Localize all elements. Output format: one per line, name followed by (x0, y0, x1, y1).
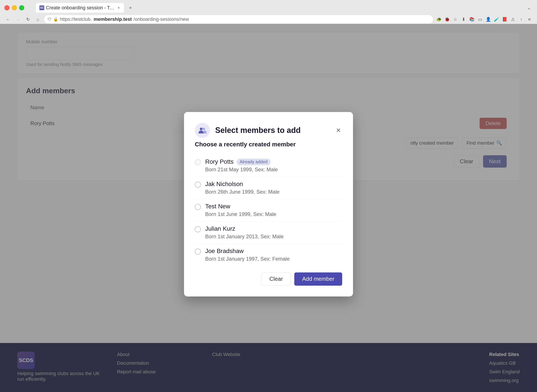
already-added-badge-rory-potts: Already added (237, 159, 271, 165)
radio-julian-kurz[interactable] (195, 226, 201, 232)
radio-jak-nicholson[interactable] (195, 182, 201, 187)
modal-title: Select members to add (215, 126, 301, 135)
member-info-test-new: Test New Born 1st June 1999, Sex: Male (205, 203, 342, 217)
member-info-rory-potts: Rory Potts Already added Born 21st May 1… (205, 158, 342, 173)
share-icon[interactable]: ↑ (518, 16, 524, 23)
member-info-julian-kurz: Julian Kurz Born 1st January 2013, Sex: … (205, 225, 342, 240)
url-path: /onboarding-sessions/new (134, 16, 189, 22)
modal-clear-button[interactable]: Clear (261, 272, 291, 285)
member-option-julian-kurz[interactable]: Julian Kurz Born 1st January 2013, Sex: … (195, 221, 342, 244)
new-tab-button[interactable]: + (127, 4, 134, 12)
member-details-rory-potts: Born 21st May 1999, Sex: Male (205, 167, 342, 173)
select-members-modal: Select members to add ✕ Choose a recentl… (184, 112, 353, 296)
tab-close-button[interactable]: ✕ (117, 6, 120, 9)
member-option-test-new[interactable]: Test New Born 1st June 1999, Sex: Male (195, 199, 342, 221)
forward-button[interactable]: → (14, 16, 22, 23)
member-name-row-joe-bradshaw: Joe Bradshaw (205, 247, 342, 255)
member-name-row-julian-kurz: Julian Kurz (205, 225, 342, 232)
tab-favicon: SC (39, 5, 44, 10)
radio-test-new[interactable] (195, 204, 201, 210)
maximize-traffic-light[interactable] (19, 5, 24, 10)
member-name-row-test-new: Test New (205, 203, 342, 210)
extension-icon-5[interactable]: ⚠ (510, 16, 516, 23)
refresh-button[interactable]: ↻ (24, 16, 32, 23)
url-domain: membership.test (94, 16, 132, 22)
browser-chrome: SC Create onboarding session - Te... ✕ +… (0, 0, 537, 24)
member-name-test-new: Test New (205, 203, 230, 210)
sidebar-icon[interactable]: ▭ (477, 16, 483, 23)
radio-rory-potts (195, 159, 201, 165)
extension-icon-2[interactable]: 🐞 (444, 16, 450, 23)
menu-icon[interactable]: ≡ (526, 16, 533, 23)
member-info-joe-bradshaw: Joe Bradshaw Born 1st January 1997, Sex:… (205, 247, 342, 262)
member-option-rory-potts: Rory Potts Already added Born 21st May 1… (195, 154, 342, 177)
home-button[interactable]: ⌂ (34, 16, 42, 23)
member-name-row-jak-nicholson: Jak Nicholson (205, 181, 342, 187)
modal-footer: Clear Add member (195, 272, 342, 285)
member-name-jak-nicholson: Jak Nicholson (205, 181, 243, 187)
title-bar: SC Create onboarding session - Te... ✕ +… (0, 0, 537, 14)
member-option-jak-nicholson[interactable]: Jak Nicholson Born 26th June 1999, Sex: … (195, 177, 342, 199)
address-bar[interactable]: 🛡 🔒 https://testclub.membership.test/onb… (44, 15, 433, 23)
member-details-test-new: Born 1st June 1999, Sex: Male (205, 211, 342, 217)
toolbar-icons: 🐢 🐞 ☆ ⬇ 📚 ▭ 👤 🧪 📕 ⚠ ↑ ≡ (435, 16, 533, 23)
back-button[interactable]: ← (4, 16, 12, 23)
member-info-jak-nicholson: Jak Nicholson Born 26th June 1999, Sex: … (205, 181, 342, 195)
tab-label: Create onboarding session - Te... (46, 5, 115, 11)
member-details-joe-bradshaw: Born 1st January 1997, Sex: Female (205, 256, 342, 262)
chevron-down-icon[interactable]: ⌄ (525, 4, 533, 11)
extension-icon-1[interactable]: 🐢 (435, 16, 442, 23)
people-icon (198, 126, 207, 135)
extension-icon-4[interactable]: 📕 (501, 16, 508, 23)
traffic-lights (4, 5, 24, 10)
member-name-julian-kurz: Julian Kurz (205, 225, 235, 232)
browser-toolbar: ← → ↻ ⌂ 🛡 🔒 https://testclub.membership.… (0, 14, 537, 25)
lock-icon: 🔒 (53, 17, 58, 22)
svg-point-1 (202, 127, 205, 130)
active-tab[interactable]: SC Create onboarding session - Te... ✕ (36, 3, 124, 13)
modal-subtitle: Choose a recently created member (195, 141, 342, 148)
close-traffic-light[interactable] (4, 5, 9, 10)
user-icon[interactable]: 👤 (485, 16, 491, 23)
shield-icon: 🛡 (48, 17, 51, 22)
url-prefix: https://testclub. (60, 16, 92, 22)
extension-icon-3[interactable]: 🧪 (493, 16, 500, 23)
download-icon[interactable]: ⬇ (460, 16, 467, 23)
members-icon (195, 123, 210, 138)
members-list: Rory Potts Already added Born 21st May 1… (195, 154, 342, 266)
member-option-joe-bradshaw[interactable]: Joe Bradshaw Born 1st January 1997, Sex:… (195, 244, 342, 266)
minimize-traffic-light[interactable] (12, 5, 17, 10)
svg-point-0 (200, 127, 202, 130)
radio-joe-bradshaw[interactable] (195, 248, 201, 255)
member-name-joe-bradshaw: Joe Bradshaw (205, 247, 244, 255)
page-content: Mobile number Used for sending Notify SM… (0, 24, 537, 392)
member-details-julian-kurz: Born 1st January 2013, Sex: Male (205, 233, 342, 240)
modal-close-button[interactable]: ✕ (334, 126, 342, 134)
modal-add-member-button[interactable]: Add member (294, 272, 342, 285)
library-icon[interactable]: 📚 (468, 16, 475, 23)
member-name-rory-potts: Rory Potts (205, 158, 234, 165)
bookmark-star-icon[interactable]: ☆ (452, 16, 458, 23)
member-details-jak-nicholson: Born 26th June 1999, Sex: Male (205, 189, 342, 195)
member-name-row-rory-potts: Rory Potts Already added (205, 158, 342, 165)
modal-header: Select members to add ✕ (195, 123, 342, 138)
